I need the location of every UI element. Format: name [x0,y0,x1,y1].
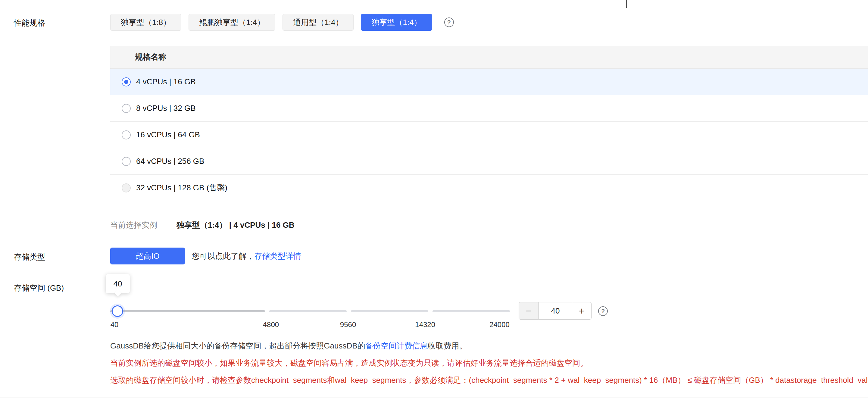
storage-space-label: 存储空间 (GB) [14,283,64,293]
spec-row-label: 64 vCPUs | 256 GB [136,157,204,166]
ultra-high-io-button[interactable]: 超高IO [110,248,185,264]
spec-row-label: 8 vCPUs | 32 GB [136,104,196,113]
tab-kunpeng-dedicated-1-4[interactable]: 鲲鹏独享型（1:4） [189,14,275,31]
slider-segment [269,310,347,312]
spec-row-16vcpu-64gb[interactable]: 16 vCPUs | 64 GB [110,122,868,148]
backup-billing-link[interactable]: 备份空间计费信息 [365,341,428,350]
storage-slider-track[interactable] [110,310,510,312]
radio-checked-icon[interactable] [122,77,131,87]
tick-label-24000: 24000 [489,320,509,329]
tab-general-1-4[interactable]: 通用型（1:4） [282,14,353,31]
tick-label-4800: 4800 [263,320,279,329]
backup-note-suffix: 收取费用。 [428,341,467,350]
text-cursor-artifact [626,0,627,8]
storage-size-help-icon[interactable]: ? [598,306,608,316]
storage-type-label: 存储类型 [14,252,45,262]
spec-row-label: 16 vCPUs | 64 GB [136,130,200,139]
flavor-help-icon[interactable]: ? [444,18,454,27]
tab-dedicated-1-8[interactable]: 独享型（1:8） [110,14,181,31]
storage-size-stepper: − + [519,302,591,319]
increase-button[interactable]: + [572,302,591,319]
spec-row-32vcpu-128gb-soldout: 32 vCPUs | 128 GB (售罄) [110,175,868,201]
radio-icon[interactable] [122,104,131,113]
tab-dedicated-1-4[interactable]: 独享型（1:4） [361,14,432,31]
checkpoint-segments-warning: 选取的磁盘存储空间较小时，请检查参数checkpoint_segments和wa… [110,375,868,385]
performance-spec-label: 性能规格 [14,18,45,28]
spec-row-64vcpu-256gb[interactable]: 64 vCPUs | 256 GB [110,148,868,175]
storage-type-details-link[interactable]: 存储类型详情 [254,251,301,260]
radio-icon[interactable] [122,130,131,139]
tick-label-14320: 14320 [415,320,435,329]
radio-icon[interactable] [122,157,131,166]
tick-label-9560: 9560 [340,320,356,329]
current-selection: 当前选择实例 独享型（1:4） | 4 vCPUs | 16 GB [110,220,294,230]
storage-type-hint-text: 您可以点此了解， [191,251,254,260]
spec-table: 规格名称 4 vCPUs | 16 GB 8 vCPUs | 32 GB 16 … [110,46,868,201]
spec-row-4vcpu-16gb[interactable]: 4 vCPUs | 16 GB [110,69,868,95]
slider-segment [433,310,510,312]
storage-type-hint: 您可以点此了解，存储类型详情 [191,251,301,261]
slider-segment [351,310,428,312]
radio-disabled-icon [122,183,131,192]
backup-space-note: GaussDB给您提供相同大小的备份存储空间，超出部分将按照GaussDB的备份… [110,341,467,351]
bottom-divider [0,398,868,398]
flavor-tabs: 独享型（1:8） 鲲鹏独享型（1:4） 通用型（1:4） 独享型（1:4） ? [110,14,454,31]
tick-label-40: 40 [111,320,119,329]
spec-row-8vcpu-32gb[interactable]: 8 vCPUs | 32 GB [110,95,868,122]
storage-slider-handle[interactable] [112,305,123,317]
spec-row-label: 32 vCPUs | 128 GB (售罄) [136,183,227,193]
decrease-button[interactable]: − [519,302,539,319]
backup-note-prefix: GaussDB给您提供相同大小的备份存储空间，超出部分将按照GaussDB的 [110,341,365,350]
storage-type-row: 超高IO 您可以点此了解，存储类型详情 [110,248,301,264]
current-selection-label: 当前选择实例 [110,220,157,230]
slider-segment [110,310,265,312]
slider-tick-labels: 40 4800 9560 14320 24000 [110,320,510,330]
gaussdb-config-page: 性能规格 存储类型 存储空间 (GB) 独享型（1:8） 鲲鹏独享型（1:4） … [0,0,868,406]
current-selection-value: 独享型（1:4） | 4 vCPUs | 16 GB [177,220,294,230]
spec-row-label: 4 vCPUs | 16 GB [136,77,196,87]
disk-space-warning: 当前实例所选的磁盘空间较小，如果业务流量较大，磁盘空间容易占满，造成实例状态变为… [110,358,588,368]
spec-table-header: 规格名称 [110,46,868,69]
storage-size-input[interactable] [539,302,572,319]
slider-value-tooltip: 40 [106,274,130,293]
